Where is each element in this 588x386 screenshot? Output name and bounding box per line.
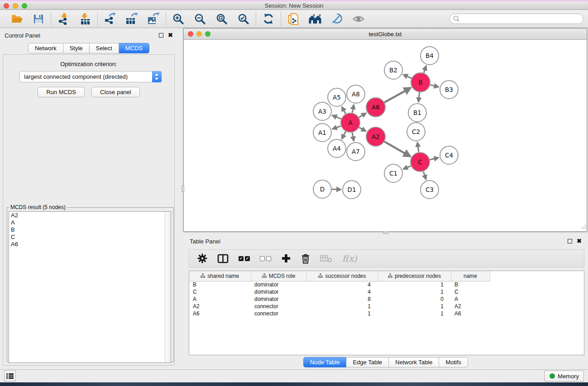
graph-edge-C-C1[interactable] bbox=[403, 166, 411, 169]
close-panel-icon[interactable]: ✖ bbox=[168, 33, 173, 38]
tab-style[interactable]: Style bbox=[63, 43, 90, 53]
table-cell[interactable]: 1 bbox=[306, 303, 378, 310]
table-row[interactable]: A2connector11A2 bbox=[189, 303, 497, 310]
table-row[interactable]: Bdominator41B bbox=[189, 281, 497, 288]
tab-mcds[interactable]: MCDS bbox=[119, 43, 149, 53]
duplicate-network-icon[interactable] bbox=[287, 13, 300, 25]
zoom-in-icon[interactable] bbox=[172, 13, 185, 25]
export-image-icon[interactable] bbox=[147, 13, 160, 25]
panel-splitter[interactable] bbox=[177, 28, 183, 369]
graph-node-A2[interactable]: A2 bbox=[366, 127, 385, 146]
close-window-button[interactable] bbox=[4, 3, 9, 9]
graph-edge-B-B1[interactable] bbox=[418, 92, 419, 102]
graph-node-A1[interactable]: A1 bbox=[313, 124, 331, 142]
table-cell[interactable]: 1 bbox=[378, 281, 451, 288]
table-cell[interactable]: A6 bbox=[189, 310, 251, 317]
table-cell[interactable]: connector bbox=[251, 310, 306, 317]
refresh-layout-icon[interactable] bbox=[262, 13, 275, 25]
vertical-splitter-handle[interactable] bbox=[382, 231, 388, 234]
eye-icon[interactable] bbox=[352, 13, 365, 25]
graph-edge-C-C3[interactable] bbox=[423, 172, 426, 180]
zoom-selected-icon[interactable] bbox=[237, 13, 250, 25]
table-cell[interactable]: 4 bbox=[306, 288, 378, 295]
graph-edge-A-A1[interactable] bbox=[333, 126, 341, 129]
graph-node-C[interactable]: C bbox=[411, 152, 430, 172]
mcds-result-item-a6[interactable]: A6 bbox=[9, 241, 171, 248]
deselect-all-columns-icon[interactable] bbox=[260, 252, 271, 265]
birdseye-handle[interactable] bbox=[182, 186, 184, 192]
graph-node-B4[interactable]: B4 bbox=[421, 47, 439, 65]
graph-node-A7[interactable]: A7 bbox=[347, 143, 365, 161]
table-cell[interactable]: A bbox=[189, 295, 251, 303]
home-icon[interactable] bbox=[309, 13, 321, 25]
save-icon[interactable] bbox=[32, 13, 45, 25]
table-cell[interactable]: connector bbox=[251, 303, 306, 310]
network-canvas[interactable]: AA1A2A3A4A5A6A7A8BB1B2B3B4CC1C2C3C4DD1 bbox=[184, 40, 587, 231]
table-cell[interactable]: dominator bbox=[251, 288, 306, 295]
mcds-result-item-b[interactable]: B bbox=[9, 226, 171, 234]
graph-edge-A-A6[interactable] bbox=[359, 113, 366, 118]
select-all-columns-icon[interactable]: ✓✓ bbox=[239, 252, 250, 265]
table-cell[interactable]: A2 bbox=[189, 303, 251, 310]
graph-node-C4[interactable]: C4 bbox=[440, 146, 458, 164]
table-row[interactable]: Cdominator41C bbox=[189, 288, 497, 295]
maximize-network-button[interactable] bbox=[205, 31, 210, 37]
graph-node-C1[interactable]: C1 bbox=[384, 164, 402, 182]
graph-edge-A-A2[interactable] bbox=[359, 128, 366, 131]
scrollbar[interactable] bbox=[165, 212, 171, 362]
tab-network-table[interactable]: Network Table bbox=[389, 357, 439, 367]
graph-edge-C-C2[interactable] bbox=[417, 143, 419, 152]
graph-edge-A6-B[interactable] bbox=[384, 88, 411, 102]
column-header-shared-name[interactable]: shared name bbox=[189, 271, 251, 281]
graph-edge-A-A8[interactable] bbox=[352, 105, 354, 113]
table-cell[interactable]: dominator bbox=[251, 295, 306, 303]
graph-node-B3[interactable]: B3 bbox=[440, 81, 458, 99]
graph-node-B[interactable]: B bbox=[411, 73, 430, 92]
graph-edge-A-A5[interactable] bbox=[342, 107, 345, 114]
mcds-result-item-a[interactable]: A bbox=[9, 219, 171, 226]
column-header-name[interactable]: name bbox=[451, 271, 490, 281]
table-row[interactable]: Adominator80A bbox=[189, 295, 497, 303]
table-cell[interactable]: 1 bbox=[378, 303, 451, 310]
split-columns-icon[interactable] bbox=[217, 252, 229, 265]
graph-node-A5[interactable]: A5 bbox=[328, 88, 346, 106]
column-header-successor-nodes[interactable]: successor nodes bbox=[306, 271, 378, 281]
table-cell[interactable]: A6 bbox=[451, 310, 490, 317]
export-table-icon[interactable] bbox=[125, 13, 138, 25]
window-resize-grip[interactable] bbox=[580, 223, 586, 231]
graph-node-A8[interactable]: A8 bbox=[347, 85, 365, 103]
close-panel-button[interactable]: Close panel bbox=[91, 87, 140, 97]
zoom-fit-icon[interactable] bbox=[215, 13, 228, 25]
network-window-titlebar[interactable]: testGlobe.txt bbox=[184, 29, 587, 40]
table-cell[interactable]: A2 bbox=[451, 303, 490, 310]
table-cell[interactable]: 1 bbox=[378, 288, 451, 295]
graph-edge-B-B4[interactable] bbox=[424, 66, 426, 73]
graph-node-A[interactable]: A bbox=[341, 113, 360, 132]
graph-edge-B-B2[interactable] bbox=[403, 75, 411, 78]
graph-node-D[interactable]: D bbox=[313, 180, 331, 198]
zoom-out-icon[interactable] bbox=[194, 13, 206, 25]
gear-icon[interactable] bbox=[197, 252, 207, 265]
table-cell[interactable]: B bbox=[189, 281, 251, 288]
graph-node-B1[interactable]: B1 bbox=[408, 104, 426, 122]
table-cell[interactable]: 0 bbox=[378, 295, 451, 303]
float-panel-icon[interactable] bbox=[159, 33, 163, 38]
search-input[interactable] bbox=[449, 14, 583, 24]
column-header-MCDS-role[interactable]: MCDS role bbox=[251, 271, 306, 281]
graph-edge-B-B3[interactable] bbox=[430, 85, 438, 87]
tab-motifs[interactable]: Motifs bbox=[439, 357, 468, 367]
table-cell[interactable]: 8 bbox=[306, 295, 378, 303]
import-network-icon[interactable] bbox=[57, 13, 70, 25]
mcds-result-item-c[interactable]: C bbox=[9, 234, 171, 241]
mcds-result-item-a2[interactable]: A2 bbox=[9, 212, 171, 219]
minimize-window-button[interactable] bbox=[13, 3, 18, 9]
table-cell[interactable]: 4 bbox=[306, 281, 378, 288]
graph-node-B2[interactable]: B2 bbox=[384, 61, 402, 79]
close-network-button[interactable] bbox=[188, 31, 193, 37]
run-mcds-button[interactable]: Run MCDS bbox=[38, 87, 85, 97]
close-table-panel-icon[interactable]: ✖ bbox=[577, 239, 582, 243]
graph-edge-A2-C[interactable] bbox=[384, 142, 410, 157]
graph-node-A4[interactable]: A4 bbox=[328, 139, 346, 157]
graph-node-C3[interactable]: C3 bbox=[421, 181, 439, 199]
table-cell[interactable]: 1 bbox=[378, 310, 451, 317]
